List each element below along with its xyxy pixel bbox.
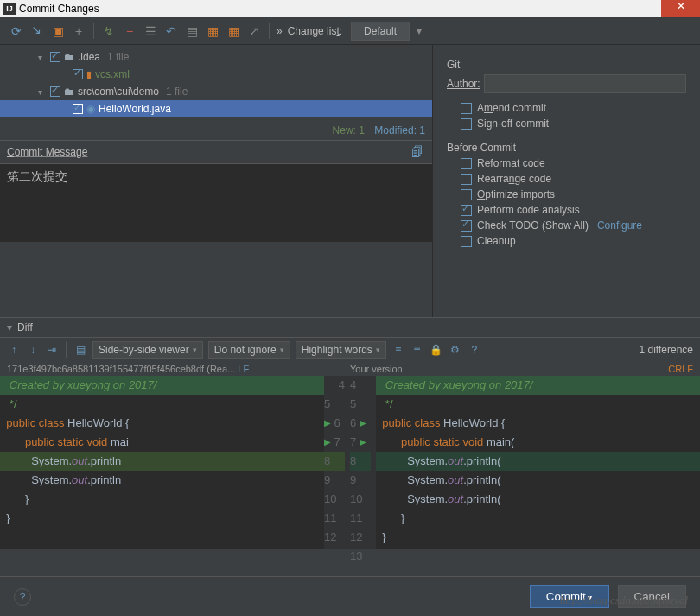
tree-row-src[interactable]: ▾ 🖿 src\com\cui\demo 1 file — [7, 83, 425, 100]
remove-icon[interactable]: − — [122, 23, 137, 39]
sync-scroll-icon[interactable]: ⫩ — [410, 343, 424, 357]
jump-icon[interactable]: ⇥ — [45, 343, 59, 357]
separator — [269, 23, 270, 39]
lock-icon[interactable]: 🔒 — [430, 343, 443, 357]
change-list-prefix: » — [277, 25, 283, 37]
file-label: HelloWorld.java — [99, 103, 171, 115]
change-list-dropdown[interactable]: Default — [351, 22, 410, 41]
checkbox[interactable] — [461, 103, 472, 114]
java-file-icon: ◉ — [86, 103, 95, 115]
chevron-down-icon[interactable]: ▾ — [38, 53, 47, 62]
change-list-label: Change list: — [288, 25, 342, 37]
file-label: vcs.xml — [95, 68, 130, 80]
undo-icon[interactable]: ↶ — [163, 23, 179, 39]
diff-count: 1 difference — [640, 344, 694, 356]
calc-icon[interactable]: ▦ — [226, 23, 241, 39]
folder-label: .idea — [78, 51, 100, 63]
folder-label: src\com\cui\demo — [78, 86, 159, 98]
xml-file-icon: ▮ — [86, 69, 92, 80]
checkbox[interactable] — [461, 205, 472, 216]
checkbox[interactable] — [461, 118, 472, 130]
tree-row-idea[interactable]: ▾ 🖿 .idea 1 file — [7, 48, 425, 66]
checkbox[interactable] — [73, 69, 83, 79]
rearrange-label[interactable]: Rearrange code — [477, 173, 551, 185]
changelist-icon[interactable]: ☰ — [143, 23, 158, 39]
file-count: 1 file — [107, 51, 129, 63]
app-icon: IJ — [3, 3, 16, 15]
commit-message-header: Commit Message 🗐 — [0, 140, 432, 164]
checkbox[interactable] — [461, 236, 472, 247]
tree-row-vcsxml[interactable]: ▮ vcs.xml — [7, 66, 425, 83]
checkbox[interactable] — [461, 174, 472, 185]
signoff-label[interactable]: Sign-off commit — [477, 117, 549, 130]
diff-gutter: 4 5 ▶ 6 ▶ 7 8 9 10 11 12 4 5 6 ▶ 7 ▶ 8 9… — [324, 376, 376, 549]
left-revision-title: 171e3f497bc6a8581139f155477f05f456ceb8df… — [7, 364, 235, 374]
reformat-label[interactable]: Reformat code — [477, 157, 545, 169]
checkbox[interactable] — [461, 158, 472, 169]
highlight-dropdown[interactable]: Highlight words — [296, 341, 386, 359]
diff-icon[interactable]: ▤ — [184, 23, 200, 39]
prev-diff-icon[interactable]: ↑ — [7, 343, 21, 357]
checkbox[interactable] — [50, 52, 60, 62]
tree-row-helloworld[interactable]: ◉ HelloWorld.java — [0, 100, 432, 117]
right-line-ending[interactable]: CRLF — [668, 364, 693, 374]
dialog-footer: ? Commit Cancel — [0, 576, 700, 616]
window-title: Commit Changes — [19, 3, 99, 15]
commit-button[interactable]: Commit — [530, 585, 609, 608]
history-icon[interactable]: 🗐 — [410, 144, 425, 160]
gear-icon[interactable]: ⚙ — [449, 343, 462, 357]
checkbox[interactable] — [461, 189, 472, 200]
checkbox[interactable] — [50, 86, 60, 97]
amend-label[interactable]: Amend commit — [477, 102, 546, 114]
new-count: New: 1 — [333, 124, 365, 137]
diff-title: Diff — [17, 321, 33, 333]
next-diff-icon[interactable]: ↓ — [26, 343, 40, 357]
checkbox[interactable] — [461, 220, 472, 232]
cleanup-label[interactable]: Cleanup — [477, 235, 516, 247]
folder-icon: 🖿 — [64, 86, 74, 98]
configure-link[interactable]: Configure — [597, 219, 642, 232]
diff-titles-row: 171e3f497bc6a8581139f155477f05f456ceb8df… — [0, 362, 700, 376]
main-toolbar: ⟳ ⇲ ▣ + ↯ − ☰ ↶ ▤ ▦ ▦ ⤢ » Change list: D… — [0, 17, 700, 45]
expand-icon[interactable]: ⤢ — [246, 23, 262, 39]
diff-toolbar: ↑ ↓ ⇥ ▤ Side-by-side viewer Do not ignor… — [0, 338, 700, 362]
ignore-dropdown[interactable]: Do not ignore — [208, 341, 290, 359]
collapse-unchanged-icon[interactable]: ≡ — [391, 343, 405, 357]
chevron-down-icon[interactable]: ▾ — [417, 25, 422, 37]
diff-view: Created by xueyong on 2017/ */ public cl… — [0, 376, 700, 549]
separator — [66, 342, 67, 358]
help-icon[interactable]: ? — [14, 588, 31, 606]
add-icon[interactable]: + — [71, 23, 86, 39]
chevron-down-icon[interactable]: ▾ — [38, 87, 47, 97]
commit-message-label: Commit Message — [7, 146, 410, 158]
title-bar: IJ Commit Changes ✕ — [0, 0, 700, 17]
collapse-icon[interactable]: ⇲ — [29, 23, 45, 39]
diff-right-pane[interactable]: Created by xueyong on 2017/ */ public cl… — [376, 376, 700, 549]
help-icon[interactable]: ? — [468, 343, 481, 357]
chevron-down-icon[interactable]: ▾ — [7, 321, 12, 333]
cancel-button[interactable]: Cancel — [618, 585, 687, 608]
modified-count: Modified: 1 — [374, 124, 425, 137]
author-input[interactable] — [484, 74, 686, 93]
diff-section-header[interactable]: ▾ Diff — [0, 317, 700, 338]
refresh-icon[interactable]: ⟳ — [9, 23, 24, 39]
file-count: 1 file — [166, 86, 188, 98]
todo-label[interactable]: Check TODO (Show All) — [477, 219, 589, 232]
folder-icon: 🖿 — [64, 51, 74, 63]
viewer-mode-dropdown[interactable]: Side-by-side viewer — [92, 341, 203, 359]
commit-message-input[interactable] — [0, 164, 432, 242]
before-commit-title: Before Commit — [447, 142, 686, 154]
edit-source-icon[interactable]: ▤ — [73, 343, 87, 357]
checkout-icon[interactable]: ↯ — [101, 23, 117, 39]
right-revision-title: Your version — [350, 364, 403, 374]
close-icon[interactable]: ✕ — [661, 0, 700, 17]
diff-left-pane[interactable]: Created by xueyong on 2017/ */ public cl… — [0, 376, 324, 549]
new-changelist-icon[interactable]: ▦ — [205, 23, 220, 39]
author-label: Author: — [447, 78, 480, 90]
group-by-dir-icon[interactable]: ▣ — [50, 23, 66, 39]
checkbox[interactable] — [73, 104, 83, 114]
vcs-options-panel: Git Author: Amend commit Sign-off commit… — [432, 45, 700, 317]
analysis-label[interactable]: Perform code analysis — [477, 204, 580, 216]
optimize-label[interactable]: Optimize imports — [477, 188, 555, 200]
left-line-ending[interactable]: LF — [238, 364, 249, 374]
